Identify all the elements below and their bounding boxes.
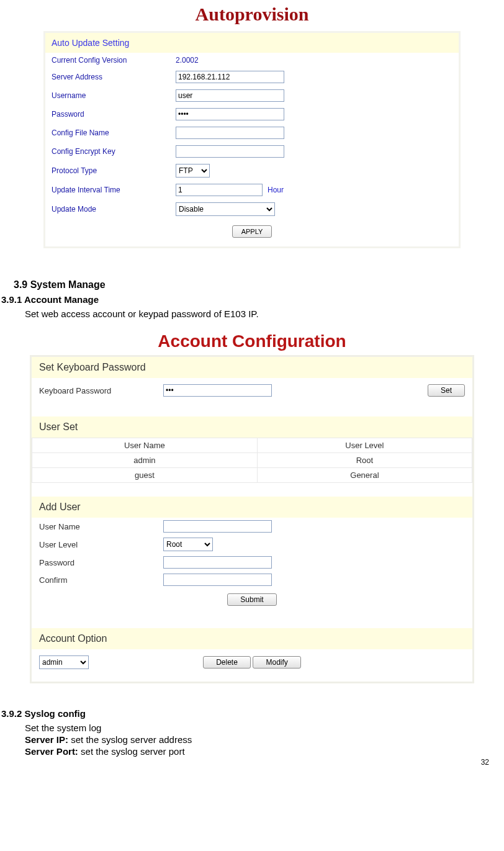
heading-3-9-1: 3.9.1 Account Manage: [1, 294, 504, 305]
user-level-cell: Root: [257, 453, 472, 468]
label-server-ip: Server IP:: [25, 734, 68, 745]
table-row: guest General: [32, 468, 472, 483]
account-config-panel: Set Keyboard Password Keyboard Password …: [30, 355, 474, 683]
heading-3-9-2: 3.9.2 Syslog config: [1, 708, 504, 719]
update-interval-unit: Hour: [268, 186, 284, 194]
label-update-interval-time: Update Interval Time: [52, 186, 176, 194]
config-file-name-input[interactable]: [176, 127, 284, 139]
protocol-type-select[interactable]: FTP: [176, 164, 210, 178]
label-current-config-version: Current Config Version: [52, 56, 176, 65]
paragraph-3-9-1: Set web access account or keypad passwor…: [25, 308, 504, 319]
row-account-option: admin Delete Modify: [32, 649, 472, 682]
update-mode-select[interactable]: Disable: [176, 202, 275, 216]
label-add-user-confirm: Confirm: [39, 575, 163, 585]
row-protocol-type: Protocol Type FTP: [45, 161, 459, 181]
paragraph-3-9-2b: Server IP: set the syslog server address: [25, 734, 504, 745]
label-server-port: Server Port:: [25, 746, 78, 757]
paragraph-3-9-2c: Server Port: set the syslog server port: [25, 746, 504, 757]
paragraph-3-9-2a: Set the system log: [25, 723, 504, 733]
user-table-header-level: User Level: [257, 438, 472, 453]
heading-3-9: 3.9 System Manage: [14, 279, 504, 290]
row-config-encrypt-key: Config Encrypt Key: [45, 142, 459, 161]
page-number: 32: [481, 758, 489, 767]
table-row: admin Root: [32, 453, 472, 468]
user-table-header-name: User Name: [32, 438, 258, 453]
row-password: Password: [45, 105, 459, 124]
user-table: User Name User Level admin Root guest Ge…: [32, 438, 472, 483]
add-user-level-select[interactable]: Root: [163, 538, 213, 551]
account-option-select[interactable]: admin: [39, 655, 89, 669]
set-button[interactable]: Set: [428, 384, 465, 397]
label-config-encrypt-key: Config Encrypt Key: [52, 147, 176, 156]
keyboard-password-input[interactable]: [163, 384, 272, 397]
add-user-password-input[interactable]: [163, 556, 272, 569]
value-current-config-version: 2.0002: [176, 56, 199, 65]
label-update-mode: Update Mode: [52, 205, 176, 214]
label-password: Password: [52, 110, 176, 119]
autoprovision-panel: Auto Update Setting Current Config Versi…: [43, 31, 461, 248]
row-update-mode: Update Mode Disable: [45, 199, 459, 219]
row-update-interval-time: Update Interval Time Hour: [45, 181, 459, 199]
text-server-ip: set the syslog server address: [68, 734, 192, 745]
user-table-header: User Name User Level: [32, 438, 472, 453]
apply-button[interactable]: APPLY: [232, 225, 272, 238]
row-current-config-version: Current Config Version 2.0002: [45, 53, 459, 68]
label-add-user-name: User Name: [39, 522, 163, 531]
row-add-user-name: User Name: [32, 518, 472, 535]
delete-button[interactable]: Delete: [203, 656, 251, 669]
row-keyboard-password: Keyboard Password Set: [32, 378, 472, 403]
user-name-cell: admin: [32, 453, 258, 468]
add-user-name-input[interactable]: [163, 520, 272, 533]
auto-update-section-header: Auto Update Setting: [45, 33, 459, 53]
label-config-file-name: Config File Name: [52, 128, 176, 137]
label-protocol-type: Protocol Type: [52, 166, 176, 175]
modify-button[interactable]: Modify: [253, 656, 300, 669]
row-config-file-name: Config File Name: [45, 124, 459, 142]
username-input[interactable]: [176, 89, 284, 102]
section-user-set: User Set: [32, 416, 472, 438]
row-add-user-password: Password: [32, 554, 472, 571]
submit-button[interactable]: Submit: [227, 593, 276, 606]
account-config-title: Account Configuration: [0, 331, 504, 351]
password-input[interactable]: [176, 108, 284, 120]
user-name-cell: guest: [32, 468, 258, 483]
row-server-address: Server Address: [45, 68, 459, 86]
server-address-input[interactable]: [176, 71, 284, 83]
label-add-user-level: User Level: [39, 540, 163, 549]
user-level-cell: General: [257, 468, 472, 483]
label-keyboard-password: Keyboard Password: [39, 386, 163, 395]
label-add-user-password: Password: [39, 558, 163, 567]
section-add-user: Add User: [32, 497, 472, 518]
autoprovision-title: Autoprovision: [0, 4, 504, 25]
row-add-user-level: User Level Root: [32, 535, 472, 554]
label-server-address: Server Address: [52, 73, 176, 81]
row-add-user-confirm: Confirm: [32, 571, 472, 588]
label-username: Username: [52, 91, 176, 100]
add-user-confirm-input[interactable]: [163, 574, 272, 586]
section-keyboard-password: Set Keyboard Password: [32, 357, 472, 378]
config-encrypt-key-input[interactable]: [176, 145, 284, 158]
update-interval-time-input[interactable]: [176, 184, 263, 196]
section-account-option: Account Option: [32, 628, 472, 649]
row-username: Username: [45, 86, 459, 105]
text-server-port: set the syslog server port: [78, 746, 185, 757]
